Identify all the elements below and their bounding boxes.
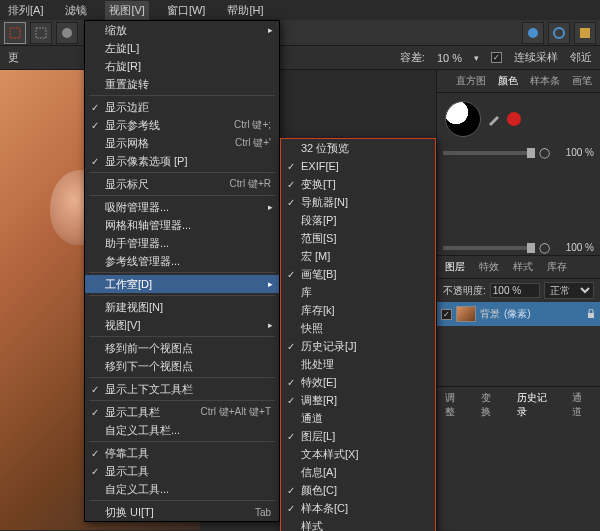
studio-submenu-item-20[interactable]: 样本条[C] bbox=[281, 499, 435, 517]
view-menu-item-27[interactable]: 显示工具栏Ctrl 键+Alt 键+T bbox=[85, 403, 279, 421]
layer-visibility-checkbox[interactable] bbox=[441, 309, 452, 320]
menu-help[interactable]: 帮助[H] bbox=[223, 1, 267, 20]
view-menu-item-label: 停靠工具 bbox=[105, 446, 149, 461]
studio-submenu-item-2[interactable]: 变换[T] bbox=[281, 175, 435, 193]
studio-submenu-item-1[interactable]: EXIF[E] bbox=[281, 157, 435, 175]
studio-submenu-item-8[interactable]: 库 bbox=[281, 283, 435, 301]
studio-submenu-item-4[interactable]: 段落[P] bbox=[281, 211, 435, 229]
shape-ring-icon[interactable] bbox=[548, 22, 570, 44]
studio-submenu-item-12[interactable]: 批处理 bbox=[281, 355, 435, 373]
selection-tool-b-icon[interactable] bbox=[30, 22, 52, 44]
studio-submenu-item-label: 信息[A] bbox=[301, 465, 336, 480]
blend-mode-select[interactable]: 正常 bbox=[544, 282, 594, 299]
view-menu-item-14[interactable]: 助手管理器... bbox=[85, 234, 279, 252]
view-menu-item-3[interactable]: 重置旋转 bbox=[85, 75, 279, 93]
view-menu-item-22[interactable]: 移到前一个视图点 bbox=[85, 339, 279, 357]
tab-transform[interactable]: 变换 bbox=[477, 389, 505, 421]
view-menu-item-30[interactable]: 停靠工具 bbox=[85, 444, 279, 462]
studio-submenu-item-21[interactable]: 样式 bbox=[281, 517, 435, 531]
selection-tool-a-icon[interactable] bbox=[4, 22, 26, 44]
view-menu-item-23[interactable]: 移到下一个视图点 bbox=[85, 357, 279, 375]
foreground-background-swatch[interactable] bbox=[445, 101, 481, 137]
view-menu-item-label: 显示工具栏 bbox=[105, 405, 160, 420]
view-menu-item-13[interactable]: 网格和轴管理器... bbox=[85, 216, 279, 234]
studio-submenu-item-16[interactable]: 图层[L] bbox=[281, 427, 435, 445]
studio-submenu-item-7[interactable]: 画笔[B] bbox=[281, 265, 435, 283]
tab-styles[interactable]: 样式 bbox=[509, 258, 537, 276]
contiguous-checkbox[interactable] bbox=[491, 52, 502, 63]
view-menu-item-label: 显示边距 bbox=[105, 100, 149, 115]
view-menu-item-19[interactable]: 新建视图[N] bbox=[85, 298, 279, 316]
adjacent-label[interactable]: 邻近 bbox=[570, 50, 592, 65]
tab-color[interactable]: 颜色 bbox=[494, 72, 522, 90]
view-menu-item-7[interactable]: 显示网格Ctrl 键+' bbox=[85, 134, 279, 152]
tolerance-label: 容差: bbox=[400, 50, 425, 65]
view-menu-item-6[interactable]: 显示参考线Ctrl 键+; bbox=[85, 116, 279, 134]
view-menu-item-28[interactable]: 自定义工具栏... bbox=[85, 421, 279, 439]
view-menu-item-5[interactable]: 显示边距 bbox=[85, 98, 279, 116]
eyedropper-icon[interactable] bbox=[487, 112, 501, 126]
studio-submenu-item-10[interactable]: 快照 bbox=[281, 319, 435, 337]
more-label[interactable]: 更 bbox=[8, 50, 19, 65]
studio-submenu-item-label: 变换[T] bbox=[301, 177, 336, 192]
studio-submenu-item-18[interactable]: 信息[A] bbox=[281, 463, 435, 481]
studio-submenu-item-label: 宏 [M] bbox=[301, 249, 330, 264]
studio-submenu-item-5[interactable]: 范围[S] bbox=[281, 229, 435, 247]
mask-tool-icon[interactable] bbox=[56, 22, 78, 44]
tolerance-value[interactable]: 10 % bbox=[437, 52, 462, 64]
menu-arrange[interactable]: 排列[A] bbox=[4, 1, 47, 20]
layer-row[interactable]: 背景 (像素) bbox=[437, 302, 600, 326]
view-menu-item-label: 吸附管理器... bbox=[105, 200, 169, 215]
svg-rect-6 bbox=[588, 313, 594, 318]
recent-color-swatch[interactable] bbox=[507, 112, 521, 126]
tab-channel[interactable]: 通道 bbox=[568, 389, 596, 421]
view-menu-item-label: 视图[V] bbox=[105, 318, 140, 333]
studio-submenu-item-13[interactable]: 特效[E] bbox=[281, 373, 435, 391]
view-menu-item-12[interactable]: 吸附管理器... bbox=[85, 198, 279, 216]
tab-adjust[interactable]: 调整 bbox=[441, 389, 469, 421]
view-menu-item-34[interactable]: 切换 UI[T]Tab bbox=[85, 503, 279, 521]
studio-submenu-item-14[interactable]: 调整[R] bbox=[281, 391, 435, 409]
view-menu-item-15[interactable]: 参考线管理器... bbox=[85, 252, 279, 270]
view-menu-item-1[interactable]: 左旋[L] bbox=[85, 39, 279, 57]
view-menu-item-8[interactable]: 显示像素选项 [P] bbox=[85, 152, 279, 170]
tab-stock[interactable]: 库存 bbox=[543, 258, 571, 276]
menu-filter[interactable]: 滤镜 bbox=[61, 1, 91, 20]
view-menu-item-0[interactable]: 缩放 bbox=[85, 21, 279, 39]
opacity-slider[interactable] bbox=[443, 151, 535, 155]
tab-swatches[interactable]: 样本条 bbox=[526, 72, 564, 90]
layer-opacity-input[interactable] bbox=[490, 283, 540, 298]
tab-brushes[interactable]: 画笔 bbox=[568, 72, 596, 90]
studio-submenu-item-9[interactable]: 库存[k] bbox=[281, 301, 435, 319]
adjust-slider[interactable] bbox=[443, 246, 535, 250]
view-menu-item-17[interactable]: 工作室[D] bbox=[85, 275, 279, 293]
svg-rect-5 bbox=[580, 28, 590, 38]
shape-circle-icon[interactable] bbox=[522, 22, 544, 44]
studio-submenu-item-15[interactable]: 通道 bbox=[281, 409, 435, 427]
studio-submenu-item-11[interactable]: 历史记录[J] bbox=[281, 337, 435, 355]
studio-submenu-item-17[interactable]: 文本样式[X] bbox=[281, 445, 435, 463]
studio-submenu-item-3[interactable]: 导航器[N] bbox=[281, 193, 435, 211]
tab-layers[interactable]: 图层 bbox=[441, 258, 469, 276]
tab-effects[interactable]: 特效 bbox=[475, 258, 503, 276]
studio-submenu-item-19[interactable]: 颜色[C] bbox=[281, 481, 435, 499]
menu-window[interactable]: 窗口[W] bbox=[163, 1, 210, 20]
shape-square-icon[interactable] bbox=[574, 22, 596, 44]
tab-histogram[interactable]: 直方图 bbox=[452, 72, 490, 90]
view-menu-item-10[interactable]: 显示标尺Ctrl 键+R bbox=[85, 175, 279, 193]
studio-submenu-item-0[interactable]: 32 位预览 bbox=[281, 139, 435, 157]
color-panel-tabs: 直方图 颜色 样本条 画笔 bbox=[437, 70, 600, 93]
view-menu-item-31[interactable]: 显示工具 bbox=[85, 462, 279, 480]
lock-icon[interactable] bbox=[586, 309, 596, 319]
studio-submenu-item-label: 画笔[B] bbox=[301, 267, 336, 282]
layer-thumbnail bbox=[456, 306, 476, 322]
tab-history[interactable]: 历史记录 bbox=[513, 389, 561, 421]
menu-view[interactable]: 视图[V] bbox=[105, 1, 148, 20]
adjust-opacity-value[interactable]: 100 % bbox=[554, 242, 594, 253]
opacity-value[interactable]: 100 % bbox=[554, 147, 594, 158]
view-menu-item-32[interactable]: 自定义工具... bbox=[85, 480, 279, 498]
studio-submenu-item-6[interactable]: 宏 [M] bbox=[281, 247, 435, 265]
view-menu-item-20[interactable]: 视图[V] bbox=[85, 316, 279, 334]
view-menu-item-2[interactable]: 右旋[R] bbox=[85, 57, 279, 75]
view-menu-item-25[interactable]: 显示上下文工具栏 bbox=[85, 380, 279, 398]
